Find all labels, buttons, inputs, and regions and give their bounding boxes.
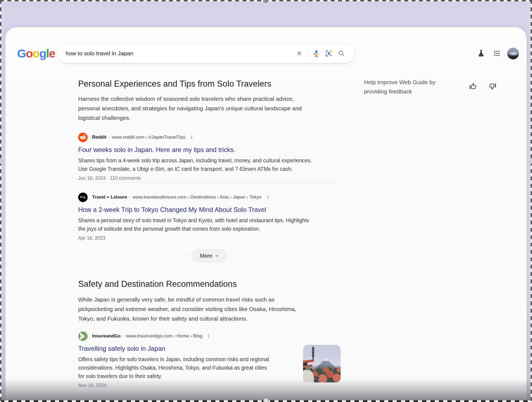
chevron-down-icon bbox=[215, 254, 219, 258]
clear-search-button[interactable] bbox=[293, 47, 305, 60]
result-title-link[interactable]: How a 2-week Trip to Tokyo Changed My Mi… bbox=[78, 206, 266, 214]
google-logo-letter: o bbox=[33, 47, 39, 60]
more-button[interactable]: More bbox=[191, 249, 227, 263]
source-separator: · bbox=[108, 135, 110, 140]
google-logo-letter: e bbox=[49, 47, 55, 60]
microphone-icon bbox=[313, 50, 320, 57]
kebab-menu-icon bbox=[189, 135, 194, 140]
result-more-options-button[interactable] bbox=[266, 194, 270, 200]
lens-icon bbox=[325, 50, 333, 57]
search-icon bbox=[338, 50, 345, 57]
favicon-monogram: T+L bbox=[80, 196, 86, 199]
selection-handle-right[interactable] bbox=[530, 159, 532, 164]
google-apps-button[interactable] bbox=[491, 47, 503, 59]
search-input[interactable]: how to solo travel in Japan bbox=[66, 50, 293, 57]
result-meta: Nov 19, 2024 bbox=[78, 383, 353, 388]
result-snippet: Shares a personal story of solo travel i… bbox=[78, 216, 353, 233]
selection-handle-bottom[interactable] bbox=[263, 398, 269, 402]
pagoda-roof-illustration bbox=[303, 360, 314, 363]
apps-grid-icon bbox=[493, 50, 500, 57]
source-separator: · bbox=[129, 194, 131, 200]
result-divider bbox=[91, 182, 335, 183]
result-breadcrumb: www.insureandgo.com › Home › Blog bbox=[126, 333, 203, 339]
result-title-link[interactable]: Travelling safely solo in Japan bbox=[78, 345, 166, 352]
screenshot-canvas: Google how to solo travel in Japan bbox=[0, 0, 532, 402]
google-logo-letter: o bbox=[26, 47, 33, 60]
more-button-label: More bbox=[200, 253, 212, 259]
section-title: Safety and Destination Recommendations bbox=[78, 279, 237, 289]
result-more-options-button[interactable] bbox=[189, 135, 194, 140]
result-breadcrumb: www.reddit.com › r/JapanTravelTips bbox=[112, 135, 185, 140]
thumbs-down-button[interactable] bbox=[488, 82, 497, 91]
insureandgo-favicon-icon bbox=[78, 331, 88, 341]
result-more-options-button[interactable] bbox=[207, 333, 211, 339]
selection-border-left bbox=[0, 0, 1, 402]
flask-icon bbox=[477, 49, 485, 57]
selection-handle-top[interactable] bbox=[263, 0, 268, 3]
thumbs-up-icon bbox=[469, 82, 477, 90]
pagoda-spire-illustration bbox=[313, 346, 314, 360]
close-icon bbox=[296, 50, 302, 57]
search-result: T+L Travel + Leisure·www.travelandleisur… bbox=[78, 192, 353, 241]
section-description: Harness the collective wisdom of seasone… bbox=[78, 94, 353, 123]
header-actions bbox=[471, 45, 519, 62]
result-thumbnail-image[interactable] bbox=[303, 345, 341, 382]
result-meta: Jun 16, 2024 · 110 comments bbox=[78, 175, 353, 181]
selection-handle-left[interactable] bbox=[0, 159, 3, 164]
google-logo-letter: g bbox=[39, 47, 46, 60]
result-source-name: InsureandGo bbox=[92, 333, 121, 339]
account-avatar[interactable] bbox=[507, 48, 519, 59]
section-description: While Japan is generally very safe, be m… bbox=[78, 295, 353, 323]
section-title: Personal Experiences and Tips from Solo … bbox=[78, 79, 271, 89]
search-labs-button[interactable] bbox=[475, 47, 487, 59]
more-results-row: More bbox=[78, 248, 347, 264]
web-guide-feedback-text: Help improve Web Guide by providing feed… bbox=[364, 78, 446, 96]
travel-leisure-favicon-icon: T+L bbox=[78, 193, 88, 202]
thumbs-down-icon bbox=[488, 82, 497, 90]
reddit-favicon-icon bbox=[78, 133, 88, 142]
search-results-card: Google how to solo travel in Japan bbox=[5, 27, 527, 402]
thumbs-up-button[interactable] bbox=[468, 82, 478, 91]
google-logo[interactable]: Google bbox=[17, 45, 55, 62]
result-source-name: Travel + Leisure bbox=[92, 194, 127, 200]
result-snippet: Offers safety tips for solo travelers in… bbox=[78, 355, 293, 380]
search-result: InsureandGo·www.insureandgo.com › Home ›… bbox=[78, 331, 353, 388]
google-logo-letter: l bbox=[46, 47, 49, 60]
kebab-menu-icon bbox=[207, 333, 211, 339]
feedback-controls bbox=[458, 82, 497, 91]
voice-search-button[interactable] bbox=[310, 47, 323, 60]
google-lens-button[interactable] bbox=[323, 47, 335, 60]
selection-border-right bbox=[531, 0, 532, 402]
result-title-link[interactable]: Four weeks solo in Japan. Here are my ti… bbox=[78, 146, 236, 154]
search-submit-button[interactable] bbox=[335, 47, 348, 60]
source-separator: · bbox=[123, 333, 124, 339]
result-source-name: Reddit bbox=[92, 135, 106, 140]
kebab-menu-icon bbox=[266, 194, 270, 200]
google-logo-letter: G bbox=[17, 47, 26, 60]
result-snippet: Shares tips from a 4-week solo trip acro… bbox=[78, 156, 353, 173]
result-meta: Apr 16, 2023 bbox=[78, 235, 353, 241]
search-bar[interactable]: how to solo travel in Japan bbox=[57, 44, 354, 63]
search-bar-divider bbox=[308, 48, 308, 59]
search-result: Reddit·www.reddit.com › r/JapanTravelTip… bbox=[78, 132, 353, 181]
result-breadcrumb: www.travelandleisure.com › Destinations … bbox=[133, 194, 262, 200]
